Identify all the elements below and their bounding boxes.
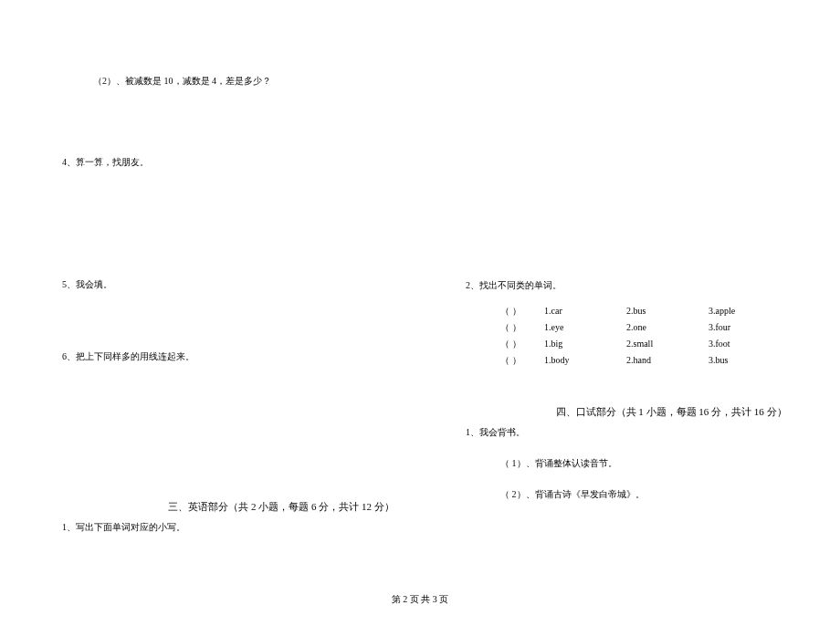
question-4: 4、算一算，找朋友。: [62, 156, 427, 169]
exam-page: （2）、被减数是 10，减数是 4，差是多少？ 4、算一算，找朋友。 5、我会填…: [0, 0, 840, 626]
left-column: （2）、被减数是 10，减数是 4，差是多少？ 4、算一算，找朋友。 5、我会填…: [62, 75, 427, 598]
table-row: （ ） 1.car 2.bus 3.apple: [500, 303, 831, 319]
word-cell: 3.apple: [709, 303, 772, 319]
paren-cell: （ ）: [500, 319, 544, 336]
section-4-q1-sub2: （ 2）、背诵古诗《早发白帝城》。: [500, 488, 831, 501]
section-3-q2: 2、找出不同类的单词。: [466, 279, 831, 292]
table-row: （ ） 1.big 2.small 3.foot: [500, 336, 831, 352]
word-cell: 2.bus: [626, 303, 709, 319]
word-cell: 2.small: [626, 336, 709, 352]
section-3-q1: 1、写出下面单词对应的小写。: [62, 521, 427, 534]
paren-cell: （ ）: [500, 303, 544, 319]
word-cell: 2.one: [626, 319, 709, 336]
word-cell: 1.car: [544, 303, 626, 319]
section-4-q1: 1、我会背书。: [466, 426, 831, 439]
section-4-q1-sub1: （ 1）、背诵整体认读音节。: [500, 457, 831, 470]
word-table: （ ） 1.car 2.bus 3.apple （ ） 1.eye 2.one …: [500, 303, 831, 369]
word-cell: 1.big: [544, 336, 626, 352]
question-6: 6、把上下同样多的用线连起来。: [62, 350, 427, 363]
word-cell: 3.bus: [709, 352, 772, 369]
paren-cell: （ ）: [500, 352, 544, 369]
question-5: 5、我会填。: [62, 278, 427, 291]
section-3-header: 三、英语部分（共 2 小题，每题 6 分，共计 12 分）: [62, 500, 427, 514]
word-cell: 1.body: [544, 352, 626, 369]
question-sub-2: （2）、被减数是 10，减数是 4，差是多少？: [93, 75, 427, 88]
table-row: （ ） 1.body 2.hand 3.bus: [500, 352, 831, 369]
word-cell: 2.hand: [626, 352, 709, 369]
paren-cell: （ ）: [500, 336, 544, 352]
page-footer: 第 2 页 共 3 页: [0, 593, 840, 606]
word-cell: 1.eye: [544, 319, 626, 336]
table-row: （ ） 1.eye 2.one 3.four: [500, 319, 831, 336]
section-4-header: 四、口试部分（共 1 小题，每题 16 分，共计 16 分）: [466, 405, 831, 419]
word-cell: 3.foot: [709, 336, 772, 352]
right-column: 2、找出不同类的单词。 （ ） 1.car 2.bus 3.apple （ ） …: [466, 279, 831, 501]
word-cell: 3.four: [709, 319, 772, 336]
